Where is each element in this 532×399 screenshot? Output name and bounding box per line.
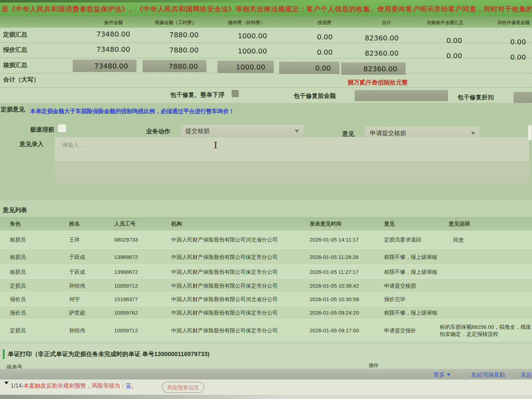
cell-time: 2026-01-05 11:28:26 — [310, 254, 359, 260]
cell-id: 13968672 — [114, 254, 138, 260]
row-label: 定损汇总 — [3, 31, 27, 39]
col-opinion-note: 意见说明 — [449, 221, 470, 227]
cell-opinion: 申请提交核损 — [384, 283, 416, 289]
package-repair-label: 包干修复、整单下浮 — [170, 91, 225, 99]
pre-amount-input[interactable] — [355, 90, 448, 101]
col-time: 发表意见时间 — [310, 221, 342, 227]
cell-role: 报价员 — [10, 296, 26, 303]
table-row-loss-total: 定损汇总 73480.00 7880.00 1000.00 0.00 82360… — [0, 28, 532, 43]
cell-opinion: 权限不够，报上级审核 — [384, 254, 437, 261]
opinion-label: 意见 — [342, 130, 354, 138]
scrollbar[interactable] — [528, 125, 532, 140]
cell-id: 08029733 — [114, 237, 138, 243]
opinion-list-title: 意见列表 — [3, 206, 27, 214]
cell-time: 2026-01-05 10:30:58 — [310, 296, 359, 302]
initiate-button[interactable]: 发起 — [521, 371, 532, 379]
warning-period: 。 — [131, 383, 137, 389]
cell-value: 0.00 — [283, 48, 333, 56]
cell-time: 2026-01-05 09:24:20 — [310, 310, 359, 316]
cell-org: 中国人民财产保险股份有限公司保定市分公司 — [171, 254, 278, 261]
discount-label: 包干修复折扣 — [458, 93, 494, 101]
photo-bottom-edge — [0, 395, 532, 399]
col-self-purchase-total: 自购换件金额汇总 — [427, 20, 464, 26]
textarea-placeholder: 请输入... — [62, 142, 84, 149]
cell-time: 2026-01-05 10:38:42 — [310, 283, 359, 289]
chevron-down-icon — [447, 373, 450, 376]
table-row: 核损员 于跃成 13968672 中国人民财产保险股份有限公司保定市分公司 20… — [0, 265, 532, 279]
divider — [462, 371, 462, 377]
cell-value: 82360.00 — [349, 34, 399, 42]
section-marker-bar — [3, 349, 5, 359]
cell-role: 报价员 — [10, 310, 26, 316]
table-row: 定损员 孙恒伟 10059712 中国人民财产保险股份有限公司保定市分公司 20… — [0, 279, 532, 293]
cell-opinion: 报价完毕 — [384, 296, 405, 303]
loss-opinion-section: 定损意见 本单定损金额大于车损险保险金额的强制询残比例，必须通过平台进行整车询价… — [0, 103, 532, 200]
opinion-value: 申请提交核损 — [370, 129, 406, 137]
collapse-caret-icon[interactable] — [4, 382, 9, 384]
photo-top-edge — [0, 0, 532, 2]
print-section-title: 单证打印（非正式单证为定损任务未完成时的单证 单号130000011697973… — [8, 350, 210, 358]
cell-id: 10059712 — [114, 327, 138, 333]
cell-value: 7880.00 — [149, 31, 199, 39]
risk-warning-info-button[interactable]: 风险预警信息 — [162, 382, 204, 393]
verify-salvage-input[interactable]: 0.00 — [279, 62, 339, 74]
warning-index: 1/14- — [11, 383, 23, 389]
cell-value: 7880.00 — [149, 46, 199, 54]
operation-column-label: 操作 — [369, 362, 379, 369]
claim-loss-assessment-screen: 居《中华人民共和国消费者权益保护法》、《中华人民共和国网络安全法》等相关法律法规… — [0, 0, 532, 399]
cell-value: 0.00 — [283, 33, 333, 41]
cell-role: 核损员 — [10, 254, 26, 261]
business-action-select[interactable]: 提交核损 — [181, 125, 303, 137]
col-parts-amount: 换件金额 — [104, 20, 123, 26]
opinion-entry-textarea[interactable]: 请输入... I — [55, 137, 529, 161]
package-repair-checkbox[interactable] — [232, 90, 239, 97]
opinion-list-section: 意见列表 角色 姓名 人员工号 机构 发表意见时间 意见 意见说明 核损员 王祥… — [0, 200, 532, 344]
verify-parts-input[interactable]: 73480.00 — [73, 60, 137, 72]
table-row-quote-total: 报价汇总 73480.00 7880.00 1000.00 0.00 82360… — [0, 43, 532, 58]
site-recheck-button[interactable]: 发起现场复勘 — [471, 371, 505, 379]
opinion-entry-secondary-box[interactable] — [55, 162, 529, 183]
more-button[interactable]: 更多 — [433, 371, 450, 379]
cell-opinion: 权限不够，报上级审核 — [384, 269, 437, 276]
table-row-verify-total: 核损汇总 73480.00 7880.00 1000.00 0.00 82360… — [0, 58, 532, 73]
row-label: 报价汇总 — [3, 46, 27, 54]
cell-id: 15198377 — [114, 296, 138, 302]
col-name: 姓名 — [69, 221, 80, 227]
express-claim-checkbox[interactable] — [58, 124, 66, 132]
cell-note: 同意 — [453, 237, 532, 244]
col-salvage-fee: 残值费 — [318, 20, 332, 26]
chevron-down-icon — [295, 130, 299, 133]
cell-name: 萨世超 — [69, 310, 85, 316]
cell-value: 73480.00 — [81, 30, 130, 38]
cell-role: 定损员 — [10, 327, 26, 334]
warning-body: 本案触发反欺诈规则预警，风险等级为： — [23, 383, 126, 389]
summary-table: 定损汇总 73480.00 7880.00 1000.00 0.00 82360… — [0, 28, 532, 103]
text-cursor-icon: I — [214, 140, 217, 150]
verify-total-input[interactable]: 82360.00 — [341, 62, 406, 75]
opinion-list-header: 角色 姓名 人员工号 机构 发表意见时间 意见 意见说明 — [0, 217, 532, 231]
opinion-entry-label: 意见录入 — [20, 140, 44, 148]
chevron-down-icon — [471, 132, 475, 135]
cell-opinion: 定损员要求退回 — [384, 237, 421, 243]
amount-in-words: 捌万贰仟叁佰陆拾元整 — [348, 78, 408, 87]
pre-amount-label: 包干修复前金额 — [294, 92, 336, 100]
cell-name: 孙恒伟 — [69, 327, 85, 334]
cell-opinion: 申请提交报价 — [384, 327, 416, 334]
verify-materials-input[interactable]: 1000.00 — [217, 61, 274, 73]
risk-level-value: 蓝 — [126, 383, 131, 389]
business-action-value: 提交核损 — [185, 127, 210, 135]
col-materials-fee: 辅料费（材料费） — [228, 20, 265, 26]
cell-name: 何宇 — [69, 296, 80, 303]
cell-org: 中国人民财产保险股份有限公司河北省分公司 — [171, 237, 278, 243]
section-title: 定损意见 — [1, 105, 25, 113]
table-row: 核损员 王祥 08029733 中国人民财产保险股份有限公司河北省分公司 202… — [0, 231, 532, 249]
cell-name: 于跃成 — [69, 254, 85, 261]
cell-time: 2026-01-05 11:27:17 — [310, 269, 359, 275]
verify-repair-input[interactable]: 7880.00 — [143, 60, 206, 72]
table-row: 核损员 于跃成 13968672 中国人民财产保险股份有限公司保定市分公司 20… — [0, 249, 532, 265]
col-opinion: 意见 — [384, 221, 395, 227]
cell-name: 于跃成 — [69, 269, 85, 276]
cell-time: 2026-01-05 14:11:17 — [310, 237, 359, 243]
fraud-warning-text: 1/14-本案触发反欺诈规则预警，风险等级为：蓝。 风险预警信息 — [11, 382, 137, 390]
discount-input[interactable] — [514, 92, 532, 103]
